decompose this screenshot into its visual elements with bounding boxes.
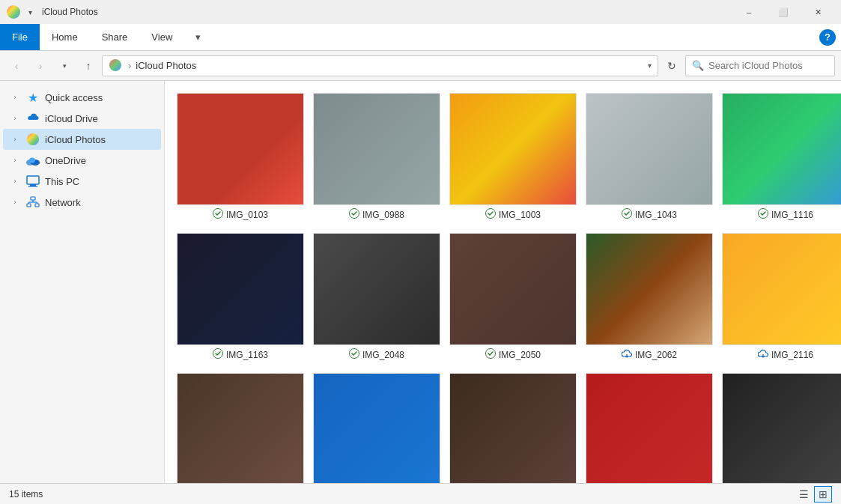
main-area: › ★ Quick access › iCloud Drive › — [0, 81, 841, 483]
photo-item[interactable]: IMG_2048 — [313, 233, 440, 361]
svg-rect-6 — [27, 176, 39, 184]
photo-thumbnail — [722, 373, 841, 483]
title-bar-controls: – ⬜ ✕ — [732, 0, 835, 24]
photo-item[interactable]: IMG_4046 — [449, 373, 577, 483]
sidebar-item-network[interactable]: › Network — [3, 192, 161, 213]
photo-label: IMG_2062 — [622, 348, 677, 361]
expand-icon: › — [9, 133, 21, 145]
path-icon — [109, 58, 124, 73]
sidebar-item-this-pc[interactable]: › This PC — [3, 171, 161, 192]
photo-thumbnail — [586, 233, 713, 345]
nav-dropdown-button[interactable]: ▾ — [54, 55, 75, 76]
tab-file[interactable]: File — [0, 24, 40, 50]
minimize-button[interactable]: – — [732, 0, 766, 24]
refresh-button[interactable]: ↻ — [661, 55, 682, 76]
svg-rect-9 — [31, 197, 35, 200]
photo-item[interactable]: IMG_4049 — [586, 373, 713, 483]
network-icon — [25, 195, 40, 210]
photo-filename: IMG_2050 — [499, 350, 541, 360]
view-toggle: ☰ ⊞ — [795, 486, 832, 503]
address-bar: ‹ › ▾ ↑ › iCloud Photos ▾ ↻ 🔍 — [0, 51, 841, 81]
sidebar-item-label: Quick access — [45, 92, 103, 103]
cloud-drive-icon — [25, 111, 40, 126]
photo-item[interactable]: IMG_1043 — [586, 93, 713, 221]
tab-view[interactable]: View — [139, 24, 184, 50]
sidebar-item-icloud-drive[interactable]: › iCloud Drive — [3, 108, 161, 129]
maximize-button[interactable]: ⬜ — [766, 0, 801, 24]
photo-item[interactable]: IMG_2062 — [586, 233, 713, 361]
sidebar-item-label: iCloud Photos — [45, 134, 106, 145]
up-button[interactable]: ↑ — [78, 55, 99, 76]
photo-item[interactable]: IMG_1003 — [449, 93, 577, 221]
sidebar-item-label: This PC — [45, 176, 79, 187]
search-icon: 🔍 — [692, 60, 704, 71]
photo-item[interactable]: IMG_4044 — [313, 373, 440, 483]
synced-icon — [349, 208, 359, 221]
sidebar-item-onedrive[interactable]: › OneDrive — [3, 150, 161, 171]
address-path-text: iCloud Photos — [136, 60, 648, 71]
cloud-icon — [758, 348, 768, 361]
close-button[interactable]: ✕ — [801, 0, 835, 24]
svg-rect-11 — [35, 204, 39, 207]
photo-thumbnail — [449, 373, 577, 483]
photo-area: IMG_0103IMG_0988IMG_1003IMG_1043IMG_1116… — [165, 81, 841, 483]
sidebar-item-label: iCloud Drive — [45, 113, 98, 124]
pc-icon — [25, 174, 40, 189]
photo-item[interactable]: IMG_2144 — [177, 373, 304, 483]
photo-thumbnail — [177, 233, 304, 345]
ribbon: File Home Share View ▾ ? — [0, 24, 841, 51]
photo-label: IMG_2116 — [758, 348, 813, 361]
photo-item[interactable]: IMG_2050 — [449, 233, 577, 361]
title-bar-menu[interactable]: ▾ — [24, 6, 36, 18]
photo-grid: IMG_0103IMG_0988IMG_1003IMG_1043IMG_1116… — [177, 93, 829, 483]
photo-thumbnail — [586, 93, 713, 205]
details-view-button[interactable]: ☰ — [795, 486, 813, 503]
address-path-chevron: ▾ — [648, 61, 652, 70]
photo-item[interactable]: IMG_4051 — [722, 373, 841, 483]
photo-label: IMG_1003 — [485, 208, 541, 221]
photo-thumbnail — [586, 373, 713, 483]
cloud-icon — [622, 348, 632, 361]
photo-filename: IMG_2062 — [635, 350, 677, 360]
app-icon — [6, 4, 21, 19]
expand-icon: › — [9, 112, 21, 124]
photo-item[interactable]: IMG_0988 — [313, 93, 440, 221]
svg-point-0 — [7, 5, 20, 19]
photo-label: IMG_1116 — [758, 208, 813, 221]
photo-item[interactable]: IMG_1163 — [177, 233, 304, 361]
synced-icon — [758, 208, 768, 221]
title-bar: ▾ iCloud Photos – ⬜ ✕ — [0, 0, 841, 24]
photo-item[interactable]: IMG_0103 — [177, 93, 304, 221]
svg-point-5 — [29, 157, 35, 163]
photo-item[interactable]: IMG_1116 — [722, 93, 841, 221]
item-count: 15 items — [9, 489, 43, 500]
photo-item[interactable]: IMG_2116 — [722, 233, 841, 361]
search-box[interactable]: 🔍 — [685, 55, 835, 76]
expand-icon: › — [9, 196, 21, 208]
sidebar-item-quick-access[interactable]: › ★ Quick access — [3, 87, 161, 108]
tab-home[interactable]: Home — [40, 24, 90, 50]
photo-thumbnail — [313, 233, 440, 345]
svg-rect-10 — [27, 204, 31, 207]
back-button[interactable]: ‹ — [6, 55, 27, 76]
photo-filename: IMG_1163 — [226, 350, 268, 360]
photo-filename: IMG_2048 — [362, 350, 404, 360]
synced-icon — [213, 208, 223, 221]
tab-share[interactable]: Share — [90, 24, 140, 50]
large-icons-view-button[interactable]: ⊞ — [814, 486, 832, 503]
address-path[interactable]: › iCloud Photos ▾ — [102, 55, 658, 76]
synced-icon — [213, 348, 223, 361]
photo-filename: IMG_0988 — [362, 210, 404, 220]
sidebar-item-icloud-photos[interactable]: › iCloud Photos — [3, 129, 161, 150]
photo-label: IMG_1043 — [622, 208, 677, 221]
synced-icon — [349, 348, 359, 361]
photo-label: IMG_1163 — [213, 348, 268, 361]
help-button[interactable]: ? — [814, 24, 841, 50]
forward-button[interactable]: › — [30, 55, 51, 76]
sidebar-item-label: Network — [45, 197, 81, 208]
search-input[interactable] — [708, 60, 834, 71]
photo-thumbnail — [313, 93, 440, 205]
ribbon-collapse-button[interactable]: ▾ — [184, 24, 211, 50]
expand-icon: › — [9, 91, 21, 103]
photo-thumbnail — [722, 233, 841, 345]
